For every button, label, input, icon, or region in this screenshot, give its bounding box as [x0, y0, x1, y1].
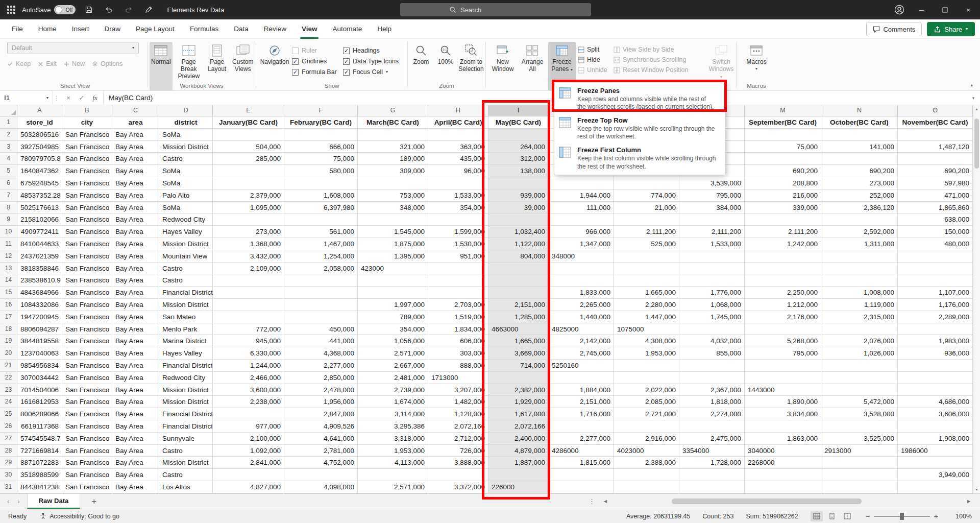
cell-I14[interactable] — [488, 274, 549, 287]
cell-A28[interactable]: 7271669814 — [17, 445, 62, 457]
tab-file[interactable]: File — [4, 19, 31, 39]
cell-H12[interactable]: 951,000 — [428, 250, 488, 263]
cell-K15[interactable]: 1,665,000 — [614, 287, 679, 299]
cell-O19[interactable]: 1,983,000 — [898, 335, 973, 347]
normal-view-toggle-icon[interactable] — [811, 511, 823, 521]
expand-formula-bar-icon[interactable]: ▾ — [967, 91, 980, 105]
cell-H2[interactable] — [428, 129, 488, 141]
cell-I5[interactable]: 138,000 — [488, 165, 549, 177]
cell-F13[interactable]: 2,058,000 — [284, 263, 358, 275]
cell-K16[interactable]: 2,280,000 — [614, 299, 679, 311]
tab-automate[interactable]: Automate — [325, 19, 370, 39]
cell-J7[interactable]: 1,944,000 — [549, 189, 614, 202]
cell-D21[interactable]: Financial District — [159, 360, 213, 372]
cell-D14[interactable]: Castro — [159, 274, 213, 287]
cell-E10[interactable]: 273,000 — [213, 226, 284, 238]
cell-E8[interactable]: 1,095,000 — [213, 202, 284, 214]
cell-H9[interactable] — [428, 213, 488, 226]
cell-J6[interactable] — [549, 177, 614, 189]
select-all-corner[interactable] — [0, 105, 17, 116]
vertical-scrollbar[interactable]: ▲ ▼ — [973, 105, 980, 493]
cell-E25[interactable] — [213, 408, 284, 420]
cell-J29[interactable]: 1,815,000 — [549, 457, 614, 469]
cell-L21[interactable] — [679, 360, 745, 372]
cell-C7[interactable]: Bay Area — [112, 189, 159, 202]
synchronous-scrolling-button[interactable]: Synchronous Scrolling — [614, 56, 704, 63]
cell-B28[interactable]: San Francisco — [62, 445, 112, 457]
cell-A18[interactable]: 8806094287 — [17, 323, 62, 336]
cell-F26[interactable]: 4,909,526 — [284, 420, 358, 433]
cell-G4[interactable]: 189,000 — [358, 153, 428, 165]
cell-J27[interactable]: 2,277,000 — [549, 433, 614, 445]
redo-icon[interactable] — [122, 3, 135, 16]
cell-A11[interactable]: 8410044633 — [17, 238, 62, 250]
cell-I3[interactable]: 264,000 — [488, 141, 549, 153]
row-header-8[interactable]: 8 — [0, 202, 17, 214]
cell-G2[interactable] — [358, 129, 428, 141]
cell-L14[interactable] — [679, 274, 745, 287]
cell-A10[interactable]: 4909772411 — [17, 226, 62, 238]
cell-H30[interactable] — [428, 469, 488, 481]
cell-N15[interactable]: 1,008,000 — [821, 287, 898, 299]
cell-K19[interactable]: 4,308,000 — [614, 335, 679, 347]
cell-D28[interactable]: Castro — [159, 445, 213, 457]
insert-function-icon[interactable]: fx — [89, 94, 101, 102]
cell-N18[interactable] — [821, 323, 898, 336]
cell-O17[interactable]: 2,289,000 — [898, 311, 973, 323]
cell-C25[interactable]: Bay Area — [112, 408, 159, 420]
cell-K20[interactable]: 1,953,000 — [614, 347, 679, 360]
menu-item-freeze-panes[interactable]: Freeze PanesKeep rows and columns visibl… — [554, 84, 725, 113]
sheet-view-selector[interactable]: Default▾ — [7, 42, 139, 54]
cell-C28[interactable]: Bay Area — [112, 445, 159, 457]
cell-M16[interactable]: 1,212,000 — [745, 299, 821, 311]
cell-C17[interactable]: Bay Area — [112, 311, 159, 323]
cell-B26[interactable]: San Francisco — [62, 420, 112, 433]
cell-J17[interactable]: 1,440,000 — [549, 311, 614, 323]
cell-L17[interactable]: 1,745,000 — [679, 311, 745, 323]
cell-L28[interactable]: 3354000 — [679, 445, 745, 457]
cell-O25[interactable]: 3,606,000 — [898, 408, 973, 420]
cell-K17[interactable]: 1,447,000 — [614, 311, 679, 323]
cell-L20[interactable]: 855,000 — [679, 347, 745, 360]
row-header-9[interactable]: 9 — [0, 213, 17, 226]
cell-E17[interactable] — [213, 311, 284, 323]
column-header-D[interactable]: D — [159, 105, 213, 116]
cell-C19[interactable]: Bay Area — [112, 335, 159, 347]
cell-E13[interactable]: 2,109,000 — [213, 263, 284, 275]
cell-K24[interactable]: 2,085,000 — [614, 396, 679, 408]
cell-A20[interactable]: 1237040063 — [17, 347, 62, 360]
cell-B16[interactable]: San Francisco — [62, 299, 112, 311]
cell-B13[interactable]: San Francisco — [62, 263, 112, 275]
cell-O31[interactable] — [898, 481, 973, 493]
cell-O21[interactable] — [898, 360, 973, 372]
cell-M30[interactable] — [745, 469, 821, 481]
cell-G18[interactable]: 354,000 — [358, 323, 428, 336]
cell-B2[interactable]: San Francisco — [62, 129, 112, 141]
cell-B17[interactable]: San Francisco — [62, 311, 112, 323]
cell-J11[interactable]: 1,347,000 — [549, 238, 614, 250]
cell-D8[interactable]: SoMa — [159, 202, 213, 214]
cell-E22[interactable]: 2,466,000 — [213, 372, 284, 384]
page-layout-toggle-icon[interactable] — [826, 511, 838, 521]
cell-F31[interactable]: 4,098,000 — [284, 481, 358, 493]
cell-N19[interactable]: 2,076,000 — [821, 335, 898, 347]
cell-K25[interactable]: 2,721,000 — [614, 408, 679, 420]
cell-D18[interactable]: Menlo Park — [159, 323, 213, 336]
cell-C26[interactable]: Bay Area — [112, 420, 159, 433]
cell-M10[interactable]: 2,111,200 — [745, 226, 821, 238]
cell-N25[interactable]: 3,528,000 — [821, 408, 898, 420]
tab-help[interactable]: Help — [370, 19, 399, 39]
cell-C29[interactable]: Bay Area — [112, 457, 159, 469]
cell-N21[interactable] — [821, 360, 898, 372]
cell-F10[interactable]: 561,000 — [284, 226, 358, 238]
cell-N26[interactable] — [821, 420, 898, 433]
cell-L7[interactable]: 795,000 — [679, 189, 745, 202]
row-header-23[interactable]: 23 — [0, 384, 17, 396]
new-window-button[interactable]: New Window — [489, 42, 517, 90]
cell-K6[interactable] — [614, 177, 679, 189]
cell-I12[interactable]: 804,000 — [488, 250, 549, 263]
row-header-18[interactable]: 18 — [0, 323, 17, 336]
cell-F30[interactable] — [284, 469, 358, 481]
cell-E31[interactable]: 4,827,000 — [213, 481, 284, 493]
cell-B29[interactable]: San Francisco — [62, 457, 112, 469]
